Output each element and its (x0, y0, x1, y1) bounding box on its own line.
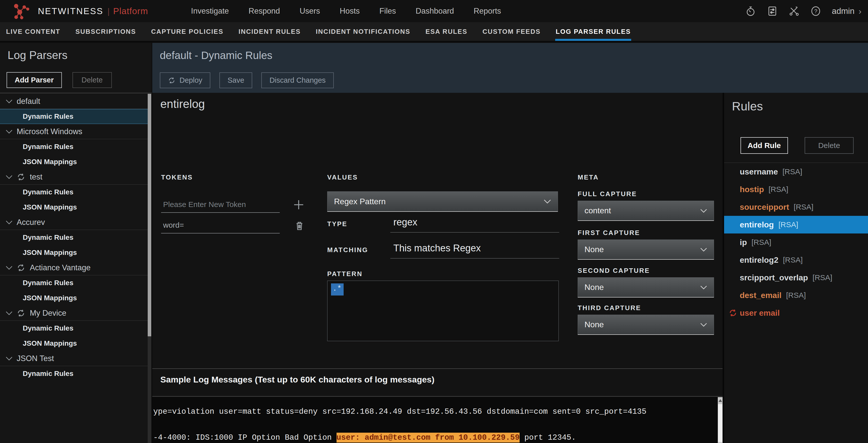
log-vertical-scrollbar[interactable] (718, 397, 722, 443)
tab-live-content[interactable]: LIVE CONTENT (5, 22, 61, 41)
nav-item-users[interactable]: Users (300, 6, 320, 15)
discard-changes-button[interactable]: Discard Changes (261, 72, 334, 88)
token-word-input[interactable] (161, 219, 280, 234)
parser-group-test[interactable]: test (0, 169, 148, 184)
parser-child-json-mappings[interactable]: JSON Mappings (0, 336, 148, 351)
sample-log-viewer[interactable]: ype=violation user=matt status=deny src=… (152, 397, 722, 443)
parser-group-label: test (30, 172, 42, 181)
pattern-selected-text: .* (331, 283, 344, 296)
user-name: admin (832, 6, 855, 16)
nav-item-investigate[interactable]: Investigate (191, 6, 229, 15)
rule-row-username[interactable]: username[RSA] (724, 163, 868, 180)
rule-row-entirelog[interactable]: entirelog[RSA] (724, 216, 868, 234)
parser-group-json-test[interactable]: JSON Test (0, 351, 148, 366)
rule-row-user-email[interactable]: user email (724, 304, 868, 322)
rule-row-hostip[interactable]: hostip[RSA] (724, 180, 868, 198)
chevron-down-icon[interactable] (5, 356, 12, 361)
parser-child-dynamic-rules[interactable]: Dynamic Rules (0, 230, 148, 245)
second-capture-select[interactable]: None (578, 277, 714, 298)
parser-child-dynamic-rules[interactable]: Dynamic Rules (0, 275, 148, 291)
chevron-down-icon[interactable] (5, 99, 12, 104)
log-text: -4-4000: IDS:1000 IP Option Bad Option (153, 433, 337, 442)
parser-child-dynamic-rules[interactable]: Dynamic Rules (0, 366, 148, 381)
rule-row-ip[interactable]: ip[RSA] (724, 234, 868, 251)
tab-log-parser-rules[interactable]: LOG PARSER RULES (555, 22, 631, 41)
chevron-right-icon: › (859, 6, 862, 16)
add-rule-button[interactable]: Add Rule (741, 137, 788, 154)
delete-rule-button[interactable]: Delete (805, 137, 854, 154)
chevron-down-icon[interactable] (5, 266, 12, 270)
preferences-icon[interactable] (767, 5, 778, 16)
nav-item-files[interactable]: Files (379, 6, 396, 15)
sync-pending-icon (17, 173, 26, 181)
secondary-navigation-bar: LIVE CONTENTSUBSCRIPTIONSCAPTURE POLICIE… (0, 22, 868, 42)
rule-row-dest_email[interactable]: dest_email[RSA] (724, 286, 868, 304)
help-icon[interactable]: ? (810, 5, 821, 16)
add-parser-button[interactable]: Add Parser (6, 72, 62, 88)
parser-group-my-device[interactable]: My Device (0, 306, 148, 321)
parser-group-actiance-vantage[interactable]: Actiance Vantage (0, 260, 148, 275)
full-capture-select[interactable]: content (578, 201, 714, 221)
nav-item-respond[interactable]: Respond (249, 6, 280, 15)
nav-item-dashboard[interactable]: Dashboard (415, 6, 454, 15)
chevron-down-icon[interactable] (5, 175, 12, 179)
user-menu[interactable]: admin › (832, 6, 862, 16)
parser-child-json-mappings[interactable]: JSON Mappings (0, 200, 148, 215)
add-token-icon[interactable] (292, 199, 305, 211)
sidebar-scrollbar-thumb[interactable] (148, 94, 151, 336)
rule-name: user email (740, 308, 780, 318)
parser-child-label: JSON Mappings (23, 294, 77, 302)
parser-child-dynamic-rules[interactable]: Dynamic Rules (0, 109, 148, 124)
sidebar-scrollbar[interactable] (148, 94, 151, 443)
tab-subscriptions[interactable]: SUBSCRIPTIONS (75, 22, 136, 41)
third-capture-select[interactable]: None (578, 315, 714, 335)
tab-custom-feeds[interactable]: CUSTOM FEEDS (482, 22, 541, 41)
parser-group-accurev[interactable]: Accurev (0, 215, 148, 230)
rule-name: hostip (740, 185, 764, 194)
chevron-down-icon[interactable] (5, 129, 12, 134)
tab-esa-rules[interactable]: ESA RULES (425, 22, 468, 41)
nav-item-reports[interactable]: Reports (474, 6, 501, 15)
chevron-down-icon[interactable] (5, 311, 12, 315)
type-label: TYPE (327, 220, 347, 228)
tab-incident-rules[interactable]: INCIDENT RULES (238, 22, 301, 41)
parser-group-label: My Device (30, 309, 66, 318)
parser-child-dynamic-rules[interactable]: Dynamic Rules (0, 184, 148, 200)
sidebar-header: Log Parsers Add Parser Delete (0, 43, 152, 93)
deploy-button[interactable]: Deploy (160, 72, 210, 88)
value-type-select[interactable]: Regex Pattern (327, 191, 558, 212)
nav-item-hosts[interactable]: Hosts (340, 6, 360, 15)
first-capture-select[interactable]: None (578, 240, 714, 260)
rule-name: username (740, 167, 778, 176)
delete-parser-button[interactable]: Delete (72, 72, 112, 88)
log-vertical-scrollbar-thumb[interactable] (718, 404, 722, 442)
parser-child-dynamic-rules[interactable]: Dynamic Rules (0, 139, 148, 154)
netwitness-logo[interactable]: NETWITNESS | Platform (13, 2, 148, 20)
rule-name: ip (740, 238, 747, 247)
rule-row-entirelog2[interactable]: entirelog2[RSA] (724, 251, 868, 269)
chevron-down-icon (700, 208, 707, 213)
tools-icon[interactable] (788, 5, 800, 16)
tab-incident-notifications[interactable]: INCIDENT NOTIFICATIONS (315, 22, 411, 41)
rule-name: srcipport_overlap (740, 273, 808, 282)
rule-row-srcipport_overlap[interactable]: srcipport_overlap[RSA] (724, 269, 868, 286)
rule-source-tag: [RSA] (794, 203, 813, 211)
parser-child-json-mappings[interactable]: JSON Mappings (0, 245, 148, 260)
rule-name: dest_email (740, 291, 781, 300)
parser-child-json-mappings[interactable]: JSON Mappings (0, 154, 148, 169)
parser-group-default[interactable]: default (0, 94, 148, 109)
tab-capture-policies[interactable]: CAPTURE POLICIES (151, 22, 224, 41)
rule-source-tag: [RSA] (786, 291, 806, 300)
pattern-textarea[interactable]: .* (327, 281, 559, 341)
stopwatch-icon[interactable] (745, 5, 756, 16)
chevron-down-icon[interactable] (5, 220, 12, 225)
parser-child-json-mappings[interactable]: JSON Mappings (0, 291, 148, 306)
rule-row-sourceipport[interactable]: sourceipport[RSA] (724, 198, 868, 216)
new-token-input[interactable] (161, 198, 280, 213)
parser-child-dynamic-rules[interactable]: Dynamic Rules (0, 321, 148, 336)
save-button[interactable]: Save (219, 72, 252, 88)
scroll-up-arrow-icon[interactable] (718, 399, 722, 402)
delete-token-trash-icon[interactable] (294, 220, 305, 231)
log-parsers-sidebar: Log Parsers Add Parser Delete defaultDyn… (0, 43, 152, 443)
parser-group-microsoft-windows[interactable]: Microsoft Windows (0, 124, 148, 139)
